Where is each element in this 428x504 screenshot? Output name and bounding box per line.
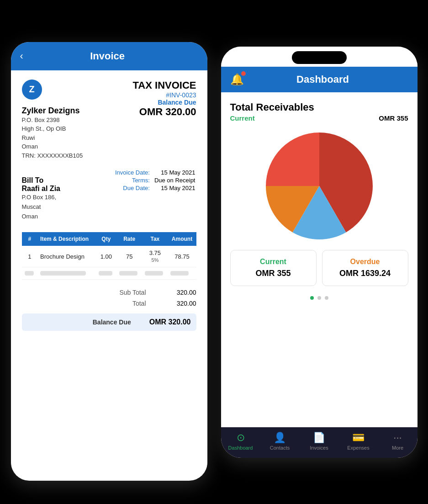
invoice-date-label: Invoice Date: (115, 169, 150, 176)
subtotal-value: 320.00 (164, 289, 196, 296)
nav-more[interactable]: ··· More (378, 432, 417, 451)
notch (292, 51, 347, 64)
dashboard-header: 🔔 Dashboard (221, 67, 417, 92)
col-amount: Amount (168, 232, 196, 246)
nav-contacts-label: Contacts (270, 445, 290, 451)
balance-due-label: Balance Due (139, 99, 196, 106)
invoice-header: ‹ Invoice (11, 42, 207, 70)
invoice-phone: ‹ Invoice Z TAX INVOICE #INV-0023 Zylker… (11, 42, 207, 481)
company-info: Zylker Dezigns P.O. Box 2398 High St., O… (22, 106, 83, 160)
client-name: Raafi al Zia (22, 185, 60, 193)
item-qty: 1.00 (96, 246, 116, 267)
col-desc: Item & Description (37, 232, 96, 246)
balance-final-row: Balance Due OMR 320.00 (22, 313, 196, 331)
client-country: Oman (22, 212, 60, 222)
notch-area (221, 47, 417, 67)
due-date-label: Due Date: (115, 185, 150, 191)
item-num: 1 (22, 246, 38, 267)
subtotal-label: Sub Total (119, 289, 146, 296)
dashboard-title: Dashboard (251, 74, 395, 85)
line-items-table: # Item & Description Qty Rate Tax Amount… (22, 232, 196, 280)
overdue-stat-value: OMR 1639.24 (329, 269, 402, 278)
item-tax: 3.755% (142, 246, 168, 267)
nav-dashboard-label: Dashboard (228, 445, 253, 451)
line-item-row: 1 Brochure Design 1.00 75 3.755% 78.75 (22, 246, 196, 267)
company-addr1: P.O. Box 2398 (22, 116, 83, 125)
ph-bar (40, 271, 86, 276)
balance-final-label: Balance Due (93, 318, 131, 326)
invoice-meta: Invoice Date: 15 May 2021 Terms: Due on … (114, 168, 196, 192)
receivables-sub: Current OMR 355 (230, 114, 408, 122)
balance-final-value: OMR 320.00 (149, 318, 191, 326)
dashboard-body: Total Receivables Current OMR 355 (221, 92, 417, 427)
page-dots (230, 293, 408, 304)
nav-contacts[interactable]: 👤 Contacts (260, 432, 300, 451)
bottom-nav: ⊙ Dashboard 👤 Contacts 📄 Invoices 💳 Expe… (221, 427, 417, 458)
terms-value: Due on Receipt (151, 177, 196, 184)
dashboard-phone: 🔔 Dashboard Total Receivables Current OM… (221, 47, 417, 458)
company-country: Oman (22, 142, 83, 151)
current-stat-value: OMR 355 (237, 269, 310, 278)
due-date-value: 15 May 2021 (151, 185, 196, 191)
stats-cards: Current OMR 355 Overdue OMR 1639.24 (230, 250, 408, 286)
invoice-top-row: Z TAX INVOICE #INV-0023 (22, 80, 196, 100)
totals-section: Sub Total 320.00 Total 320.00 Balance Du… (22, 287, 196, 331)
bill-section: Bill To Raafi al Zia P.O Box 186, Muscat… (22, 176, 60, 221)
col-num: # (22, 232, 38, 246)
total-value: 320.00 (164, 300, 196, 307)
company-name: Zylker Dezigns (22, 106, 83, 116)
ph-bar (99, 271, 112, 276)
balance-due-amount: OMR 320.00 (139, 106, 196, 118)
pie-chart (230, 122, 408, 250)
item-amount: 78.75 (168, 246, 196, 267)
ph-bar (119, 271, 137, 276)
overdue-stat-card: Overdue OMR 1639.24 (322, 250, 408, 286)
total-receivables-title: Total Receivables (230, 101, 408, 113)
dot-2 (317, 296, 321, 300)
balance-due-block: Balance Due OMR 320.00 (139, 99, 196, 118)
contacts-icon: 👤 (274, 432, 286, 444)
subtotal-row: Sub Total 320.00 (22, 287, 196, 298)
more-icon: ··· (393, 432, 402, 444)
invoice-body: Z TAX INVOICE #INV-0023 Zylker Dezigns P… (11, 70, 207, 481)
total-row: Total 320.00 (22, 298, 196, 309)
nav-invoices[interactable]: 📄 Invoices (300, 432, 339, 451)
expenses-icon: 💳 (352, 432, 365, 444)
item-rate: 75 (116, 246, 142, 267)
nav-expenses-label: Expenses (347, 445, 369, 451)
current-stat-card: Current OMR 355 (230, 250, 317, 286)
invoice-date-value: 15 May 2021 (151, 169, 196, 176)
nav-dashboard[interactable]: ⊙ Dashboard (221, 432, 260, 451)
company-logo: Z (22, 80, 42, 100)
placeholder-row-1 (22, 267, 196, 280)
current-amount: OMR 355 (379, 114, 408, 122)
invoices-icon: 📄 (313, 432, 325, 444)
invoice-number: #INV-0023 (133, 91, 196, 99)
invoice-header-title: Invoice (31, 50, 185, 62)
bell-icon[interactable]: 🔔 (230, 73, 244, 86)
dot-3 (325, 296, 328, 300)
item-description: Brochure Design (37, 246, 96, 267)
current-label: Current (230, 114, 255, 122)
back-button[interactable]: ‹ (20, 50, 23, 62)
col-rate: Rate (116, 232, 142, 246)
dot-1 (310, 296, 314, 300)
nav-more-label: More (392, 445, 403, 451)
client-addr2: Muscat (22, 202, 60, 212)
notification-badge (241, 71, 246, 76)
col-qty: Qty (96, 232, 116, 246)
tax-invoice-label: TAX INVOICE (133, 80, 196, 91)
nav-invoices-label: Invoices (310, 445, 328, 451)
company-addr2: High St., Op OIB (22, 124, 83, 133)
company-trn: TRN: XXXXXXXXB105 (22, 151, 83, 160)
nav-expenses[interactable]: 💳 Expenses (339, 432, 378, 451)
company-city: Ruwi (22, 133, 83, 143)
current-stat-label: Current (237, 258, 310, 266)
overdue-stat-label: Overdue (329, 258, 402, 266)
col-tax: Tax (142, 232, 168, 246)
terms-label: Terms: (115, 177, 150, 184)
ph-bar (25, 271, 34, 276)
ph-bar (170, 271, 189, 276)
total-label: Total (132, 300, 146, 307)
client-addr1: P.O Box 186, (22, 193, 60, 202)
